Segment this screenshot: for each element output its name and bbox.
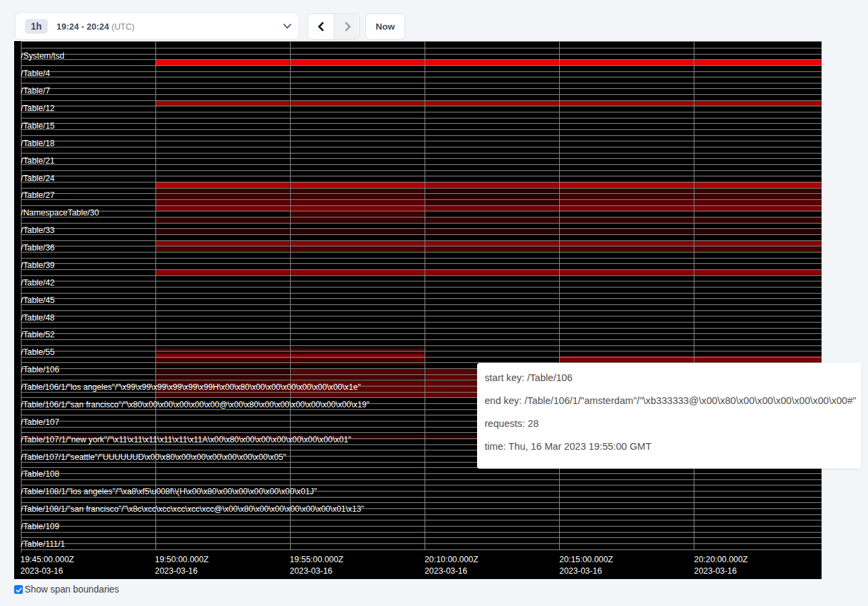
svg-text:20:10:00.000Z: 20:10:00.000Z	[425, 555, 478, 564]
svg-text:2023-03-16: 2023-03-16	[694, 566, 737, 575]
svg-text:2023-03-16: 2023-03-16	[559, 566, 602, 575]
svg-text:2023-03-16: 2023-03-16	[425, 566, 467, 575]
svg-text:/System/tsd: /System/tsd	[21, 51, 65, 61]
svg-text:/Table/109: /Table/109	[21, 522, 59, 531]
svg-text:/Table/42: /Table/42	[21, 278, 55, 288]
svg-text:/Table/107/1/"seattle"/"UUUUUU: /Table/107/1/"seattle"/"UUUUUUD\x00\x80\…	[21, 452, 286, 461]
svg-text:/NamespaceTable/30: /NamespaceTable/30	[21, 208, 99, 217]
svg-text:/Table/111/1: /Table/111/1	[21, 539, 65, 549]
svg-text:/Table/108: /Table/108	[21, 469, 59, 479]
svg-text:/Table/33: /Table/33	[21, 226, 55, 235]
svg-text:/Table/36: /Table/36	[21, 243, 55, 252]
svg-text:19:45:00.000Z: 19:45:00.000Z	[20, 555, 74, 564]
svg-text:/Table/106/1/"los angeles"/"\x: /Table/106/1/"los angeles"/"\x99\x99\x99…	[21, 382, 361, 392]
svg-text:/Table/107: /Table/107	[21, 417, 59, 427]
svg-text:2023-03-16: 2023-03-16	[155, 566, 197, 575]
svg-text:/Table/24: /Table/24	[21, 173, 55, 182]
svg-text:/Table/106: /Table/106	[21, 365, 59, 374]
svg-text:/Table/108/1/"los angeles"/"\x: /Table/108/1/"los angeles"/"\xa8\xf5\u00…	[21, 487, 317, 496]
svg-text:/Table/107/1/"new york"/"\x11\: /Table/107/1/"new york"/"\x11\x11\x11\x1…	[21, 434, 351, 444]
svg-text:/Table/12: /Table/12	[21, 104, 55, 113]
svg-text:/Table/4: /Table/4	[21, 69, 50, 78]
svg-text:/Table/21: /Table/21	[21, 156, 55, 165]
svg-text:/Table/55: /Table/55	[21, 347, 55, 357]
svg-text:/Table/52: /Table/52	[21, 330, 55, 339]
svg-text:/Table/15: /Table/15	[21, 121, 55, 131]
svg-text:/Table/45: /Table/45	[21, 295, 55, 304]
svg-text:20:20:00.000Z: 20:20:00.000Z	[694, 555, 748, 564]
svg-text:/Table/7: /Table/7	[21, 86, 50, 96]
svg-text:/Table/106/1/"san francisco"/": /Table/106/1/"san francisco"/"\x80\x00\x…	[21, 400, 369, 409]
svg-text:/Table/108/1/"san francisco"/": /Table/108/1/"san francisco"/"\x8c\xcc\x…	[21, 504, 364, 514]
svg-text:/Table/39: /Table/39	[21, 261, 55, 270]
svg-text:/Table/48: /Table/48	[21, 312, 55, 322]
svg-text:2023-03-16: 2023-03-16	[290, 566, 332, 575]
svg-text:20:15:00.000Z: 20:15:00.000Z	[559, 555, 613, 564]
svg-text:19:55:00.000Z: 19:55:00.000Z	[290, 555, 344, 564]
svg-text:2023-03-16: 2023-03-16	[20, 566, 63, 575]
svg-text:/Table/27: /Table/27	[21, 191, 55, 200]
svg-text:19:50:00.000Z: 19:50:00.000Z	[155, 555, 209, 564]
svg-text:/Table/18: /Table/18	[21, 139, 55, 148]
